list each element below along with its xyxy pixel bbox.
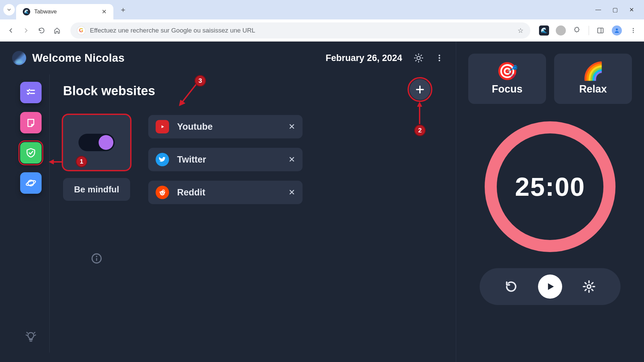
back-button[interactable] (6, 26, 15, 35)
mindful-column: Be mindful (63, 115, 130, 264)
browser-tab[interactable]: 🌊 Tabwave ✕ (16, 4, 113, 19)
maximize-button[interactable]: ▢ (612, 6, 618, 13)
header-date: February 26, 2024 (326, 53, 402, 63)
app-root: Welcome Nicolas February 26, 2024 (0, 42, 644, 362)
svg-line-14 (421, 55, 422, 56)
block-toggle-card (63, 115, 130, 170)
omnibox[interactable]: G Effectuez une recherche sur Google ou … (70, 22, 530, 39)
reload-button[interactable] (37, 26, 46, 35)
remove-site-button[interactable]: ✕ (288, 188, 295, 197)
sidebar-item-tasks[interactable] (20, 82, 42, 103)
home-button[interactable] (52, 26, 62, 35)
info-button[interactable] (91, 252, 103, 264)
annotation-badge-2: 2 (414, 125, 426, 136)
section-title: Block websites (63, 84, 430, 98)
gear-icon (582, 280, 596, 293)
svg-rect-0 (598, 28, 603, 33)
arrow-right-icon (22, 27, 30, 34)
extension-generic-icon[interactable] (556, 25, 566, 36)
tab-strip: 🌊 Tabwave ✕ ＋ — ▢ ✕ (0, 0, 644, 19)
new-tab-button[interactable]: ＋ (119, 5, 127, 15)
svg-point-39 (159, 191, 161, 193)
side-panel-button[interactable] (596, 26, 605, 35)
sidepanel-icon (597, 27, 604, 34)
svg-point-19 (25, 180, 36, 186)
rainbow-icon: 🌈 (582, 62, 604, 80)
separator (589, 26, 589, 35)
mode-relax-label: Relax (579, 83, 607, 95)
blocked-sites-list: Youtube ✕ Twitter ✕ Reddit ✕ (148, 115, 303, 264)
remove-site-button[interactable]: ✕ (288, 155, 295, 164)
add-site-button[interactable] (410, 79, 430, 100)
forward-button[interactable] (21, 26, 31, 35)
extension-tabwave-icon[interactable]: 🌊 (539, 25, 549, 36)
remove-site-button[interactable]: ✕ (288, 122, 295, 131)
sidebar-item-explore[interactable] (20, 172, 42, 194)
body-row: 1 Block websites 3 2 (12, 74, 444, 353)
app-logo-icon (12, 51, 26, 65)
svg-point-2 (616, 28, 618, 31)
mode-focus[interactable]: 🎯 Focus (468, 54, 546, 104)
target-icon: 🎯 (496, 62, 518, 80)
svg-point-6 (417, 56, 420, 60)
timer-reset-button[interactable] (504, 280, 518, 293)
blocked-site-row: Twitter ✕ (148, 148, 303, 171)
timer-settings-button[interactable] (582, 280, 596, 293)
google-g-icon: G (77, 26, 85, 35)
tab-favicon-icon: 🌊 (23, 8, 30, 15)
timer-controls (480, 268, 621, 305)
shield-check-icon (25, 147, 37, 159)
svg-point-5 (633, 32, 634, 33)
svg-line-28 (182, 84, 197, 103)
block-toggle[interactable] (78, 134, 115, 151)
theme-toggle-button[interactable] (414, 53, 424, 63)
site-name: Reddit (177, 187, 280, 198)
tab-search-dropdown[interactable] (3, 4, 15, 15)
svg-line-13 (416, 60, 416, 61)
sidebar-item-notes[interactable] (20, 112, 42, 133)
reset-icon (504, 280, 518, 293)
close-window-button[interactable]: ✕ (629, 6, 634, 13)
svg-point-15 (439, 55, 440, 56)
sidebar: 1 (12, 74, 50, 353)
extension-icons: 🌊 (539, 25, 638, 36)
dots-vertical-icon (435, 54, 444, 62)
site-name: Youtube (177, 122, 280, 132)
svg-point-3 (633, 28, 634, 29)
twitter-icon (156, 153, 169, 166)
svg-rect-34 (96, 258, 97, 261)
tab-close-icon[interactable]: ✕ (102, 8, 107, 15)
extensions-button[interactable] (573, 26, 582, 35)
app-menu-button[interactable] (435, 54, 444, 62)
omnibox-placeholder: Effectuez une recherche sur Google ou sa… (90, 27, 513, 34)
info-icon (91, 252, 103, 264)
svg-marker-31 (417, 102, 422, 107)
svg-line-12 (421, 60, 422, 61)
be-mindful-label: Be mindful (63, 178, 130, 201)
profile-avatar-icon[interactable] (612, 25, 622, 36)
svg-line-20 (26, 335, 27, 335)
timer-play-button[interactable] (538, 275, 562, 299)
browser-chrome: 🌊 Tabwave ✕ ＋ — ▢ ✕ G Effectuez une rech… (0, 0, 644, 42)
mode-row: 🎯 Focus 🌈 Relax (468, 54, 632, 104)
youtube-icon (156, 120, 169, 133)
bookmark-star-icon[interactable]: ☆ (518, 26, 524, 35)
timer-display: 25:00 (515, 172, 585, 202)
window-controls: — ▢ ✕ (595, 6, 641, 13)
puzzle-icon (574, 27, 581, 34)
main-column: Welcome Nicolas February 26, 2024 (0, 42, 456, 362)
svg-point-16 (439, 57, 440, 59)
annotation-badge-3: 3 (195, 75, 206, 86)
toggle-knob (99, 135, 113, 150)
blocked-site-row: Youtube ✕ (148, 115, 303, 138)
blocked-site-row: Reddit ✕ (148, 181, 303, 204)
chrome-menu-button[interactable] (629, 26, 638, 35)
sidebar-item-block[interactable] (20, 142, 42, 164)
svg-point-37 (163, 192, 164, 193)
svg-line-21 (35, 335, 36, 335)
app-header: Welcome Nicolas February 26, 2024 (12, 51, 444, 65)
sticky-note-icon (26, 118, 36, 128)
minimize-button[interactable]: — (595, 6, 601, 13)
tips-button[interactable] (25, 331, 37, 343)
mode-relax[interactable]: 🌈 Relax (554, 54, 632, 104)
